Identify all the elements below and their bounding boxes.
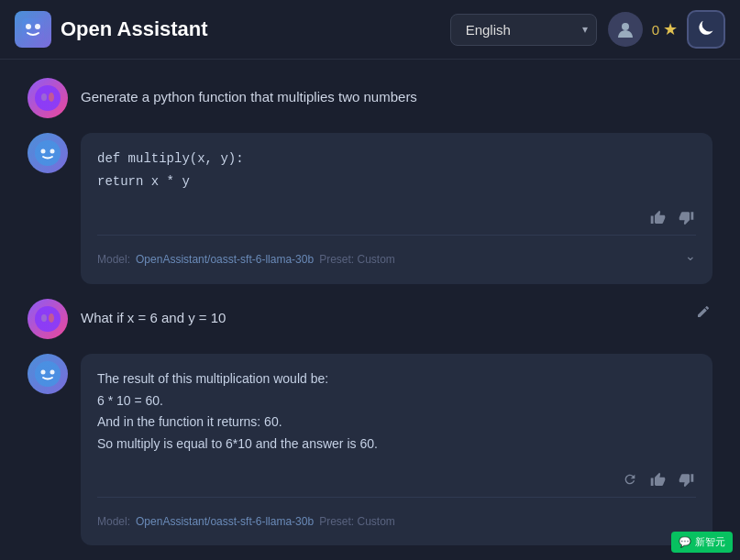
expand-icon-1[interactable]: ⌄ bbox=[685, 246, 696, 268]
user-text-1: Generate a python function that multipli… bbox=[81, 78, 712, 117]
svg-point-14 bbox=[41, 369, 46, 374]
bot-line-2: 6 * 10 = 60. bbox=[97, 390, 696, 412]
bot-message-2: The result of this multiplication would … bbox=[81, 354, 712, 546]
chat-main: Generate a python function that multipli… bbox=[0, 60, 740, 560]
thumbs-up-button-1[interactable] bbox=[648, 208, 668, 227]
message-row-4: The result of this multiplication would … bbox=[28, 354, 712, 546]
svg-point-6 bbox=[49, 93, 54, 102]
thumbs-down-button-1[interactable] bbox=[677, 208, 696, 227]
star-icon: ★ bbox=[663, 19, 678, 39]
model-label-1: Model: bbox=[97, 250, 130, 269]
svg-point-5 bbox=[41, 93, 47, 101]
bot-actions-1 bbox=[97, 203, 696, 227]
watermark-text: 新智元 bbox=[695, 535, 725, 549]
bot-bubble-1: def multiply(x, y): return x * y Model: … bbox=[81, 133, 712, 284]
user-text-2: What if x = 6 and y = 10 bbox=[81, 299, 226, 338]
header-actions: 0 ★ bbox=[608, 10, 725, 49]
svg-point-3 bbox=[622, 23, 629, 30]
refresh-button-2[interactable] bbox=[621, 470, 639, 489]
language-dropdown[interactable]: English 中文 Español Français bbox=[450, 14, 597, 46]
svg-rect-7 bbox=[35, 140, 61, 166]
user-message-2: What if x = 6 and y = 10 bbox=[81, 299, 712, 338]
user-avatar-button[interactable] bbox=[608, 12, 643, 47]
bot-avatar-2 bbox=[28, 354, 68, 394]
app-title: Open Assistant bbox=[61, 17, 208, 41]
logo-icon bbox=[15, 11, 51, 48]
code-block-1: def multiply(x, y): return x * y bbox=[97, 148, 696, 193]
thumbs-down-button-2[interactable] bbox=[677, 470, 696, 489]
star-count: 0 bbox=[652, 22, 659, 38]
model-info-row-1: Model: OpenAssistant/oasst-sft-6-llama-3… bbox=[97, 235, 696, 269]
thumbs-up-button-2[interactable] bbox=[648, 470, 668, 489]
bot-actions-2 bbox=[97, 465, 696, 489]
model-info-2: Model: OpenAssistant/oasst-sft-6-llama-3… bbox=[97, 512, 395, 531]
bot-line-4: So multiply is equal to 6*10 and the ans… bbox=[97, 434, 696, 456]
watermark: 💬 新智元 bbox=[671, 532, 733, 553]
model-label-2: Model: bbox=[97, 512, 130, 531]
svg-point-2 bbox=[35, 24, 40, 29]
svg-rect-0 bbox=[22, 18, 44, 40]
star-badge: 0 ★ bbox=[652, 19, 678, 39]
bot-avatar-1 bbox=[28, 133, 68, 173]
user-message-1: Generate a python function that multipli… bbox=[81, 78, 712, 117]
svg-point-8 bbox=[41, 149, 46, 154]
bot-line-1: The result of this multiplication would … bbox=[97, 368, 696, 390]
message-row-1: Generate a python function that multipli… bbox=[28, 78, 712, 118]
model-info-row-2: Model: OpenAssistant/oasst-sft-6-llama-3… bbox=[97, 497, 696, 531]
bot-bubble-2: The result of this multiplication would … bbox=[81, 354, 712, 546]
theme-toggle-button[interactable] bbox=[687, 10, 725, 49]
svg-point-4 bbox=[35, 85, 61, 111]
svg-point-9 bbox=[50, 149, 55, 154]
logo-container: Open Assistant bbox=[15, 11, 208, 48]
bot-message-1: def multiply(x, y): return x * y Model: … bbox=[81, 133, 712, 284]
watermark-icon: 💬 bbox=[679, 536, 691, 548]
code-line-2: return x * y bbox=[97, 170, 696, 193]
model-link-1: OpenAssistant/oasst-sft-6-llama-30b bbox=[136, 250, 314, 269]
svg-point-11 bbox=[41, 314, 47, 322]
preset-label-2: Preset: Custom bbox=[319, 512, 395, 531]
model-link-2: OpenAssistant/oasst-sft-6-llama-30b bbox=[136, 512, 314, 531]
header: Open Assistant English 中文 Español França… bbox=[0, 0, 740, 60]
edit-message-button[interactable] bbox=[694, 302, 712, 321]
bot-line-3: And in the function it returns: 60. bbox=[97, 412, 696, 434]
user-avatar-1 bbox=[28, 78, 68, 118]
message-row-2: def multiply(x, y): return x * y Model: … bbox=[28, 133, 712, 284]
svg-point-1 bbox=[26, 24, 31, 29]
model-info-1: Model: OpenAssistant/oasst-sft-6-llama-3… bbox=[97, 250, 395, 269]
preset-label-1: Preset: Custom bbox=[319, 250, 395, 269]
svg-point-10 bbox=[35, 306, 61, 332]
svg-point-12 bbox=[49, 313, 54, 323]
svg-rect-13 bbox=[35, 361, 61, 387]
svg-point-15 bbox=[50, 369, 55, 374]
bot-text-lines: The result of this multiplication would … bbox=[97, 368, 696, 456]
message-row-3: What if x = 6 and y = 10 bbox=[28, 299, 712, 339]
code-line-1: def multiply(x, y): bbox=[97, 148, 696, 170]
language-selector[interactable]: English 中文 Español Français ▾ bbox=[450, 14, 597, 46]
user-avatar-2 bbox=[28, 299, 68, 339]
